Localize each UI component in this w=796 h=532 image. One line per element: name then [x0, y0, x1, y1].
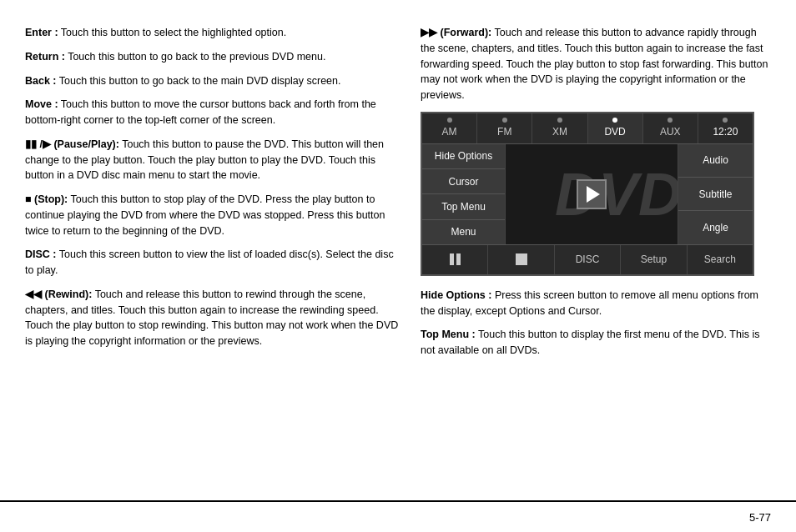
subtitle-button[interactable]: Subtitle: [678, 178, 753, 211]
time-dot: [723, 118, 728, 123]
dvd-dot: [612, 118, 617, 123]
audio-button[interactable]: Audio: [678, 144, 753, 178]
disc-para: DISC : Touch this screen button to view …: [25, 247, 404, 279]
stop-button[interactable]: [488, 245, 554, 274]
top-menu-para: Top Menu : Touch this button to display …: [421, 327, 771, 359]
stop-label: ■ (Stop):: [25, 193, 68, 205]
return-text: Touch this button to go back to the prev…: [65, 51, 325, 63]
move-para: Move : Touch this button to move the cur…: [25, 97, 404, 128]
hide-options-para: Hide Options : Press this screen button …: [421, 288, 771, 319]
hide-options-label: Hide Options :: [421, 289, 491, 301]
move-text: Touch this button to move the cursor but…: [25, 98, 376, 126]
dvd-btn-dvd[interactable]: DVD: [588, 113, 643, 143]
dvd-screen: AM FM XM DVD AUX: [421, 112, 754, 276]
pauseplay-para: ▮▮ /▶ (Pause/Play): Touch this button to…: [25, 137, 404, 183]
cursor-button[interactable]: Cursor: [422, 169, 505, 194]
dvd-btn-xm[interactable]: XM: [532, 113, 587, 143]
stop-para: ■ (Stop): Touch this button to stop play…: [25, 192, 404, 238]
return-para: Return : Touch this button to go back to…: [25, 49, 404, 65]
enter-text: Touch this button to select the highligh…: [58, 27, 287, 38]
pause-icon: [450, 253, 461, 265]
dvd-btn-fm[interactable]: FM: [477, 113, 532, 143]
disc-button[interactable]: DISC: [555, 245, 621, 274]
aux-label: AUX: [660, 126, 681, 138]
setup-button-label: Setup: [641, 252, 667, 267]
disc-button-label: DISC: [576, 252, 600, 267]
hide-options-button[interactable]: Hide Options: [422, 144, 505, 169]
am-label: AM: [442, 126, 457, 138]
dvd-label: DVD: [604, 126, 625, 138]
dvd-btn-time: 12:20: [698, 113, 753, 143]
angle-button[interactable]: Angle: [678, 211, 753, 243]
aux-dot: [668, 118, 673, 123]
am-dot: [447, 118, 452, 123]
pauseplay-label: ▮▮ /▶ (Pause/Play):: [25, 138, 119, 150]
forward-label: ▶▶ (Forward):: [421, 27, 491, 38]
fm-dot: [502, 118, 507, 123]
rewind-para: ◀◀ (Rewind): Touch and release this butt…: [25, 287, 404, 349]
dvd-top-bar: AM FM XM DVD AUX: [422, 113, 753, 144]
stop-text: Touch this button to stop play of the DV…: [25, 193, 385, 237]
right-column: ▶▶ (Forward): Touch and release this but…: [421, 25, 771, 484]
enter-label: Enter :: [25, 27, 58, 38]
return-label: Return :: [25, 51, 65, 63]
dvd-right-btns: Audio Subtitle Angle: [678, 144, 753, 244]
fm-label: FM: [497, 126, 511, 138]
xm-label: XM: [552, 126, 567, 138]
disc-text: Touch this screen button to view the lis…: [25, 248, 394, 276]
dvd-btn-aux[interactable]: AUX: [643, 113, 698, 143]
dvd-center: DVD: [506, 144, 678, 244]
back-para: Back : Touch this button to go back to t…: [25, 73, 404, 89]
move-label: Move :: [25, 98, 58, 110]
dvd-play-button[interactable]: [577, 179, 607, 209]
rewind-label: ◀◀ (Rewind):: [25, 289, 92, 300]
pause-bar-right: [456, 253, 461, 265]
dvd-btn-am[interactable]: AM: [422, 113, 477, 143]
play-triangle-icon: [587, 186, 600, 203]
back-text: Touch this button to go back to the main…: [57, 75, 341, 87]
dvd-logo-text: DVD: [555, 149, 678, 239]
page-footer: 5-77: [0, 500, 796, 532]
time-label: 12:20: [713, 126, 738, 138]
menu-button[interactable]: Menu: [422, 220, 505, 244]
enter-para: Enter : Touch this button to select the …: [25, 25, 404, 41]
pause-bar-left: [450, 253, 454, 265]
back-label: Back :: [25, 75, 57, 87]
left-column: Enter : Touch this button to select the …: [25, 25, 404, 484]
pause-button[interactable]: [422, 245, 488, 274]
dvd-left-btns: Hide Options Cursor Top Menu Menu: [422, 144, 506, 244]
page-number: 5-77: [749, 511, 771, 524]
top-menu-label: Top Menu :: [421, 329, 476, 340]
forward-para: ▶▶ (Forward): Touch and release this but…: [421, 25, 771, 103]
top-menu-button[interactable]: Top Menu: [422, 194, 505, 219]
setup-button[interactable]: Setup: [621, 245, 687, 274]
search-button[interactable]: Search: [688, 245, 753, 274]
xm-dot: [557, 118, 562, 123]
dvd-middle: Hide Options Cursor Top Menu Menu DVD Au…: [422, 144, 753, 244]
dvd-bottom-bar: DISC Setup Search: [422, 244, 753, 274]
disc-label: DISC :: [25, 248, 57, 260]
stop-icon: [516, 253, 527, 265]
search-button-label: Search: [704, 252, 736, 267]
